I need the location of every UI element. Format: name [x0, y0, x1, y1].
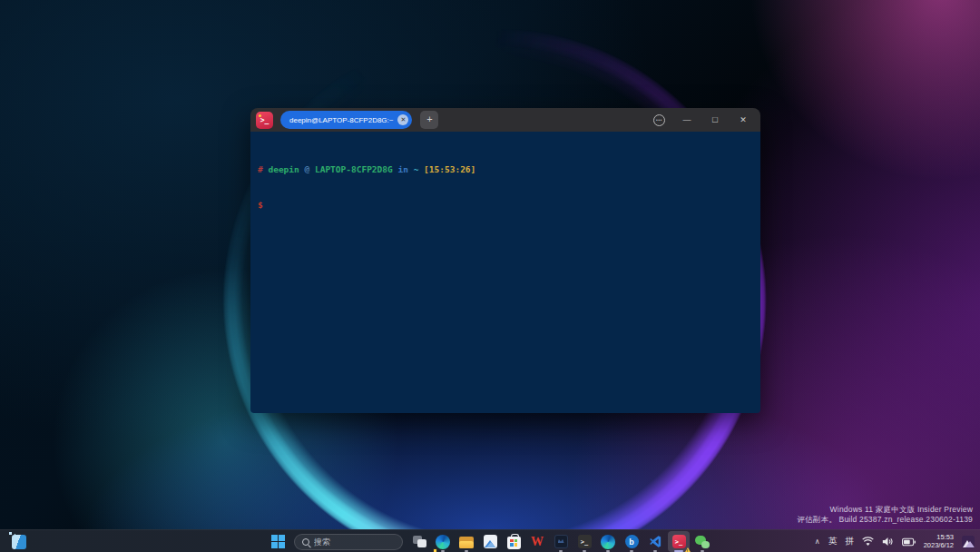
search-box[interactable]: [294, 534, 403, 550]
photos-icon: [484, 535, 497, 548]
taskbar-item-store[interactable]: [503, 531, 524, 552]
windows-logo-icon: [271, 535, 285, 548]
system-tray: ∧ 英 拼 15:53 2023/6/12: [815, 530, 975, 552]
ime-language-indicator[interactable]: 英: [828, 536, 838, 547]
taskbar-item-wechat[interactable]: [691, 531, 713, 552]
dark-app-icon: [554, 535, 568, 548]
store-flag-icon: [510, 539, 517, 547]
prompt-dollar: $: [258, 200, 263, 210]
clock[interactable]: 15:53 2023/6/12: [924, 534, 954, 549]
warning-badge-icon: [684, 547, 691, 552]
file-explorer-icon: [459, 537, 474, 548]
maximize-button[interactable]: ☐: [709, 116, 721, 124]
task-view-icon: [413, 536, 426, 547]
battery-icon[interactable]: [902, 537, 916, 547]
watermark-line1: Windows 11 家庭中文版 Insider Preview: [797, 505, 973, 515]
prompt-user: deepin: [263, 164, 299, 174]
bing-icon: b: [625, 535, 639, 548]
notification-app-icon[interactable]: [962, 536, 975, 548]
taskbar-center: W >_ b >_: [267, 530, 713, 552]
taskbar-item-dark-app[interactable]: [550, 531, 572, 552]
taskbar-item-windows-terminal[interactable]: >_: [573, 531, 595, 552]
taskbar: W >_ b >_: [0, 529, 980, 552]
new-tab-button[interactable]: +: [420, 111, 438, 129]
windows-terminal-icon: >_: [578, 535, 592, 548]
minimize-button[interactable]: —: [681, 115, 693, 124]
tray-date: 2023/6/12: [924, 542, 954, 550]
taskbar-left: [8, 530, 30, 552]
taskbar-item-file-explorer[interactable]: [456, 531, 477, 552]
terminal-output-area[interactable]: # deepin @ LAPTOP-8CFP2D8G in ~ [15:53:2…: [250, 132, 760, 413]
edge-badge: [433, 548, 437, 552]
edge-icon: [601, 535, 615, 549]
watermark-line2: 评估副本。 Build 25387.zn_release.230602-1139: [797, 515, 973, 525]
prompt-path: ~: [408, 164, 418, 174]
task-view-button[interactable]: [408, 531, 430, 552]
widgets-icon: [12, 535, 26, 549]
prompt-line: # deepin @ LAPTOP-8CFP2D8G in ~ [15:53:2…: [258, 163, 753, 175]
prompt-host: LAPTOP-8CFP2D8G: [315, 164, 393, 174]
microsoft-store-icon: [507, 537, 521, 549]
search-icon: [302, 538, 309, 546]
hidden-icons-chevron[interactable]: ∧: [815, 537, 820, 546]
wps-office-icon: W: [531, 535, 544, 549]
menu-dots-icon[interactable]: •••: [653, 114, 665, 126]
wifi-icon[interactable]: [862, 537, 874, 547]
taskbar-item-deepin-terminal[interactable]: >_: [668, 531, 690, 552]
taskbar-item-photos[interactable]: [479, 531, 501, 552]
volume-icon[interactable]: [882, 537, 894, 547]
prompt-in: in: [393, 164, 408, 174]
prompt-cursor-line: $: [258, 199, 753, 211]
start-button[interactable]: [267, 531, 289, 552]
tab-close-icon[interactable]: ✕: [397, 114, 408, 125]
terminal-titlebar[interactable]: >_ deepin@LAPTOP-8CFP2D8G:~ ✕ + ••• — ☐ …: [250, 108, 760, 132]
taskbar-item-edge-2[interactable]: [597, 531, 619, 552]
search-input[interactable]: [314, 537, 387, 547]
close-button[interactable]: ✕: [737, 115, 750, 124]
widgets-button[interactable]: [8, 531, 30, 552]
terminal-tab[interactable]: deepin@LAPTOP-8CFP2D8G:~ ✕: [280, 111, 412, 129]
insider-watermark: Windows 11 家庭中文版 Insider Preview 评估副本。 B…: [797, 505, 973, 525]
taskbar-item-wps[interactable]: W: [526, 531, 548, 552]
wechat-icon: [695, 536, 710, 548]
deepin-terminal-window: >_ deepin@LAPTOP-8CFP2D8G:~ ✕ + ••• — ☐ …: [250, 108, 760, 413]
terminal-tab-title: deepin@LAPTOP-8CFP2D8G:~: [289, 116, 393, 124]
taskbar-item-bing[interactable]: b: [621, 531, 642, 552]
window-controls: ••• — ☐ ✕: [653, 114, 755, 126]
taskbar-item-edge[interactable]: [432, 531, 454, 552]
prompt-time: [15:53:26]: [418, 164, 475, 174]
prompt-at: @: [299, 164, 315, 174]
vscode-icon: [649, 535, 662, 548]
deepin-terminal-app-icon: >_: [256, 112, 273, 129]
ime-pinyin-indicator[interactable]: 拼: [845, 536, 854, 547]
edge-icon: [436, 535, 450, 549]
deepin-terminal-icon: >_: [672, 535, 686, 548]
taskbar-item-vscode[interactable]: [644, 531, 666, 552]
